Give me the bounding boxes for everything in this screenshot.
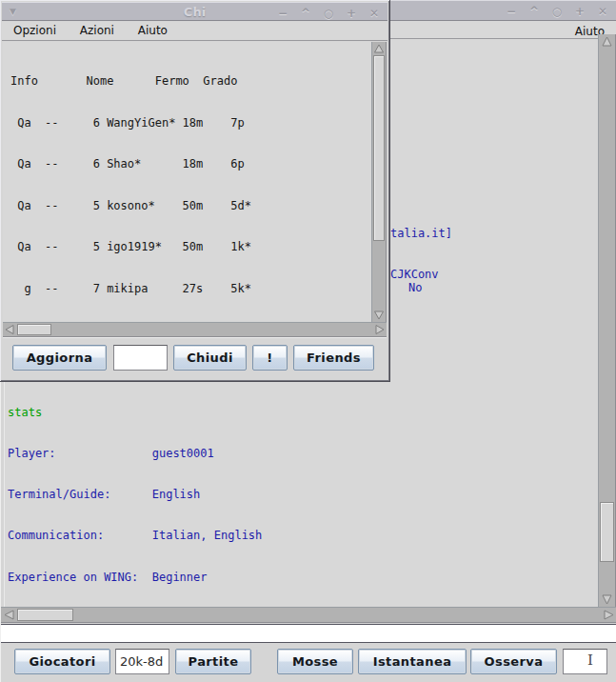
partite-button[interactable]: Partite xyxy=(175,649,251,674)
dialog-scroll-up-button[interactable] xyxy=(372,42,386,55)
filter-input[interactable] xyxy=(113,345,168,371)
shout-button[interactable]: ! xyxy=(252,345,288,371)
player-row[interactable]: Qa -- 5 igo1919* 50m 1k* xyxy=(10,240,371,254)
dialog-button-panel: Aggiorna Chiudi ! Friends xyxy=(3,337,387,378)
player-list: Info Nome Fermo Grado Qa -- 6 WangYiGen*… xyxy=(3,42,371,321)
player-row[interactable]: Qa -- 5 kosono* 50m 5d* xyxy=(10,199,371,213)
menu-item-aiuto[interactable]: Aiuto xyxy=(138,22,168,37)
observe-input[interactable] xyxy=(563,649,607,674)
main-scroll-up-button[interactable] xyxy=(599,34,615,49)
dialog-scroll-down-button[interactable] xyxy=(372,309,386,322)
dialog-vertical-scrollbar[interactable] xyxy=(371,42,387,322)
dialog-menubar: Opzioni Azioni Aiuto xyxy=(2,22,387,41)
scroll-right-icon xyxy=(374,324,386,335)
stats-command-line: stats xyxy=(8,406,462,419)
player-row[interactable]: g -- 7 mikipa 27s 5k* xyxy=(10,282,371,296)
main-scroll-down-button[interactable] xyxy=(599,592,615,607)
menu-item-azioni[interactable]: Azioni xyxy=(80,22,114,37)
osserva-button[interactable]: Osserva xyxy=(470,649,557,674)
scroll-left-icon xyxy=(4,324,15,335)
main-shade-icon[interactable]: ^ xyxy=(527,4,542,19)
dialog-window-controls: − ^ ○ + ✕ xyxy=(275,3,382,23)
bottom-toolbar: Giocatori Partite Mosse Istantanea Osser… xyxy=(1,644,616,682)
istantanea-button[interactable]: Istantanea xyxy=(358,649,467,674)
main-horizontal-scrollbar[interactable] xyxy=(1,607,616,623)
mosse-button[interactable]: Mosse xyxy=(277,649,353,674)
dialog-horizontal-scrollbar[interactable] xyxy=(3,322,387,337)
aggiorna-button[interactable]: Aggiorna xyxy=(12,345,107,371)
console-fragment-no: No xyxy=(408,281,422,294)
dialog-titlebar[interactable]: ▼ Chi − ^ ○ + ✕ xyxy=(2,2,387,21)
console-fragment-address: talia.it] xyxy=(390,227,452,240)
console-line: Experience on WING: Beginner xyxy=(8,571,462,584)
main-hscroll-thumb[interactable] xyxy=(17,609,73,621)
giocatori-button[interactable]: Giocatori xyxy=(14,649,110,674)
main-restore-icon[interactable]: ○ xyxy=(549,4,565,19)
scroll-left-icon xyxy=(3,609,15,621)
who-dialog: ▼ Chi − ^ ○ + ✕ Opzioni Azioni Aiuto Inf… xyxy=(0,0,390,382)
console-line: Player: guest0001 xyxy=(8,447,462,460)
main-close-icon[interactable]: ✕ xyxy=(595,4,610,19)
dialog-hscroll-thumb[interactable] xyxy=(17,324,51,335)
main-minimize-icon[interactable]: − xyxy=(504,4,519,19)
main-scroll-left-button[interactable] xyxy=(1,608,16,622)
console-line: Terminal/Guide: English xyxy=(8,488,462,501)
friends-button[interactable]: Friends xyxy=(293,345,374,371)
player-row[interactable]: Qa -- 6 Shao* 18m 6p xyxy=(10,157,371,171)
main-vscroll-thumb[interactable] xyxy=(600,502,614,562)
dialog-vscroll-thumb[interactable] xyxy=(373,55,385,241)
stats-block: stats Player: guest0001 Terminal/Guide: … xyxy=(8,378,462,607)
dialog-scroll-left-button[interactable] xyxy=(3,323,16,336)
console-line: Communication: Italian, English xyxy=(8,529,462,542)
main-maximize-icon[interactable]: + xyxy=(572,4,587,19)
player-list-header: Info Nome Fermo Grado xyxy=(10,74,371,89)
main-window-controls: − ^ ○ + ✕ xyxy=(504,1,610,21)
dialog-shade-icon[interactable]: ^ xyxy=(298,6,313,21)
console-fragment-cjkconv: CJKConv xyxy=(390,268,439,281)
scroll-up-icon xyxy=(373,43,385,54)
scroll-right-icon xyxy=(603,609,615,621)
dialog-minimize-icon[interactable]: − xyxy=(275,6,290,21)
rank-range-input[interactable] xyxy=(115,649,169,674)
main-vertical-scrollbar[interactable] xyxy=(598,34,616,607)
scroll-down-icon xyxy=(373,310,385,321)
dialog-restore-icon[interactable]: ○ xyxy=(321,6,336,21)
main-scroll-right-button[interactable] xyxy=(601,608,616,622)
player-row[interactable]: Qa -- 6 WangYiGen* 18m 7p xyxy=(10,116,371,130)
command-input[interactable] xyxy=(1,624,616,643)
scroll-down-icon xyxy=(601,593,613,606)
chiudi-button[interactable]: Chiudi xyxy=(173,345,247,371)
ibeam-cursor: I xyxy=(587,652,593,669)
dialog-close-icon[interactable]: ✕ xyxy=(367,6,382,21)
scroll-up-icon xyxy=(601,35,613,48)
dialog-scroll-right-button[interactable] xyxy=(373,323,387,336)
dialog-maximize-icon[interactable]: + xyxy=(344,6,359,21)
screen: − ^ ○ + ✕ Aiuto talia.it] CJKConv No sta… xyxy=(0,0,616,682)
menu-item-opzioni[interactable]: Opzioni xyxy=(13,22,56,37)
